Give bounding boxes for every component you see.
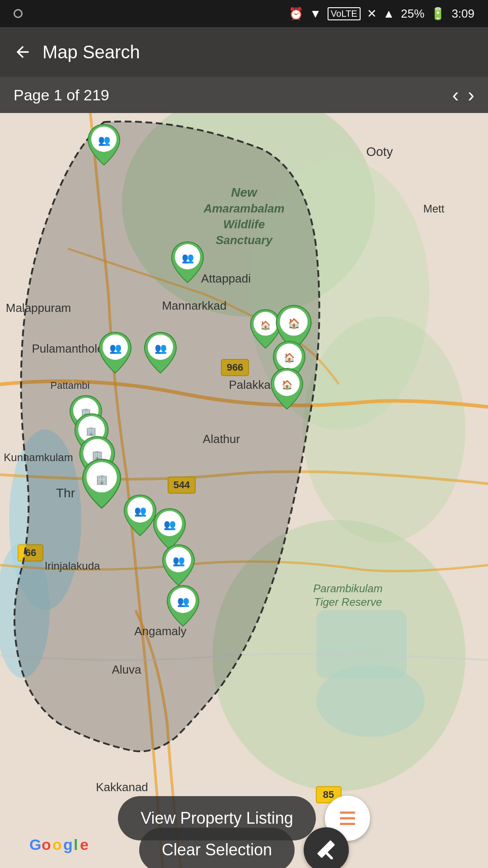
svg-text:Kunnamkulam: Kunnamkulam (4, 451, 73, 463)
svg-text:Amarambalam: Amarambalam (203, 202, 284, 215)
page-title: Map Search (42, 42, 474, 62)
svg-text:👥: 👥 (164, 519, 176, 531)
svg-text:New: New (231, 185, 258, 199)
svg-text:Mannarkkad: Mannarkkad (162, 299, 226, 312)
eraser-button[interactable] (304, 827, 349, 868)
prev-page-button[interactable]: ‹ (452, 84, 459, 106)
svg-text:👥: 👥 (182, 252, 194, 264)
pagination-bar: Page 1 of 219 ‹ › (0, 77, 488, 113)
svg-text:Aluva: Aluva (112, 663, 141, 676)
svg-text:Irinjalakuda: Irinjalakuda (45, 560, 100, 572)
status-bar: ⏰ ▼ VoLTE ✕ ▲ 25% 🔋 3:09 (0, 0, 488, 27)
wifi-icon: ▼ (310, 7, 321, 21)
svg-text:👥: 👥 (155, 342, 167, 354)
svg-text:Kakkanad: Kakkanad (96, 780, 148, 794)
svg-text:Wildlife: Wildlife (223, 217, 265, 231)
svg-text:Ooty: Ooty (366, 145, 393, 159)
svg-text:🏢: 🏢 (96, 473, 108, 486)
signal-bars: ▲ (383, 7, 395, 21)
map-marker-2[interactable]: 👥 (167, 240, 208, 285)
svg-text:Thr: Thr (56, 486, 75, 500)
time-display: 3:09 (451, 7, 474, 21)
svg-text:966: 966 (227, 362, 244, 373)
eraser-icon (315, 839, 338, 861)
map-marker-16[interactable]: 👥 (163, 583, 203, 628)
svg-text:👥: 👥 (98, 134, 111, 146)
map-marker-1[interactable]: 👥 (84, 122, 124, 167)
svg-text:Sanctuary: Sanctuary (216, 233, 273, 247)
svg-point-7 (303, 316, 465, 542)
svg-text:Pulamanthole: Pulamanthole (32, 342, 104, 355)
map-marker-12[interactable]: 🏢 (77, 457, 127, 511)
svg-text:Alathur: Alathur (203, 432, 240, 446)
back-button[interactable] (14, 43, 32, 61)
svg-text:544: 544 (174, 479, 190, 491)
svg-text:66: 66 (25, 547, 36, 558)
battery-icon: 🔋 (431, 7, 445, 21)
map-marker-15[interactable]: 👥 (158, 542, 199, 588)
map-marker-3[interactable]: 👥 (95, 330, 136, 375)
svg-text:Attappadi: Attappadi (201, 272, 251, 285)
map-marker-8[interactable]: 🏠 (267, 366, 307, 411)
svg-text:🏠: 🏠 (282, 379, 293, 390)
svg-text:👥: 👥 (109, 342, 122, 354)
svg-text:👥: 👥 (177, 595, 190, 608)
svg-text:Parambikulam: Parambikulam (313, 582, 382, 594)
svg-text:👥: 👥 (173, 555, 185, 567)
list-icon (336, 807, 359, 830)
svg-text:🏠: 🏠 (284, 352, 295, 363)
alarm-icon: ⏰ (289, 7, 303, 21)
next-page-button[interactable]: › (468, 84, 474, 106)
svg-text:Tiger Reserve: Tiger Reserve (314, 596, 382, 608)
svg-text:Mett: Mett (423, 203, 445, 215)
app-bar: Map Search (0, 27, 488, 77)
signal-icon: ✕ (367, 7, 377, 21)
clear-selection-button[interactable]: Clear Selection (139, 828, 295, 868)
battery-percent: 25% (401, 7, 424, 21)
svg-text:🏠: 🏠 (260, 320, 271, 330)
notification-dot (14, 9, 23, 18)
svg-text:Pattambi: Pattambi (51, 380, 90, 391)
svg-text:👥: 👥 (134, 505, 147, 517)
volte-indicator: VoLTE (328, 7, 361, 20)
map-marker-4[interactable]: 👥 (140, 330, 181, 375)
map-area[interactable]: New Amarambalam Wildlife Sanctuary Malap… (0, 113, 488, 868)
svg-text:Malappuram: Malappuram (6, 301, 71, 315)
svg-text:🏠: 🏠 (288, 317, 300, 330)
page-info: Page 1 of 219 (14, 86, 109, 104)
